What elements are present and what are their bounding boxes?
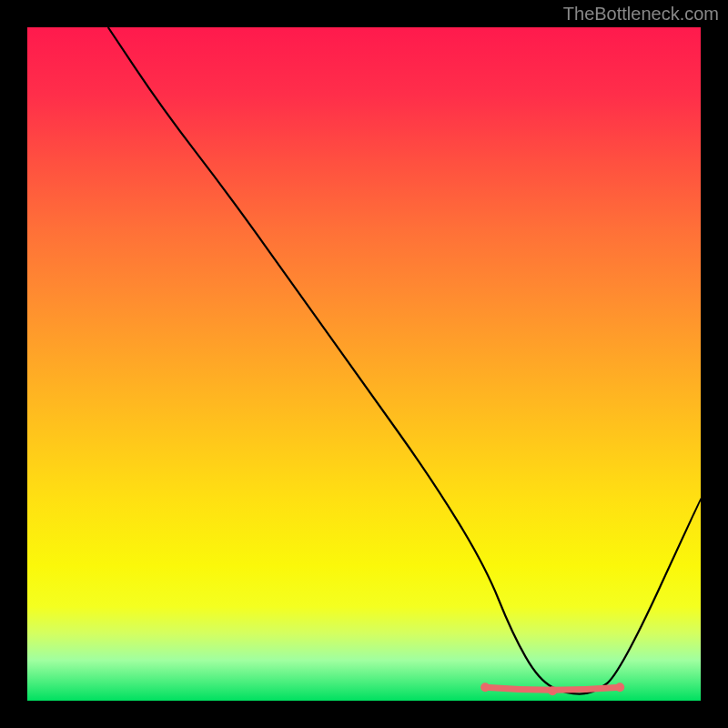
watermark-text: TheBottleneck.com — [563, 4, 719, 25]
curve-path — [108, 27, 701, 694]
bottleneck-curve — [27, 27, 701, 701]
chart-plot-area — [27, 27, 701, 701]
flat-region-dot — [480, 682, 490, 692]
flat-region-dot — [548, 686, 557, 695]
flat-region-dot — [615, 682, 624, 692]
